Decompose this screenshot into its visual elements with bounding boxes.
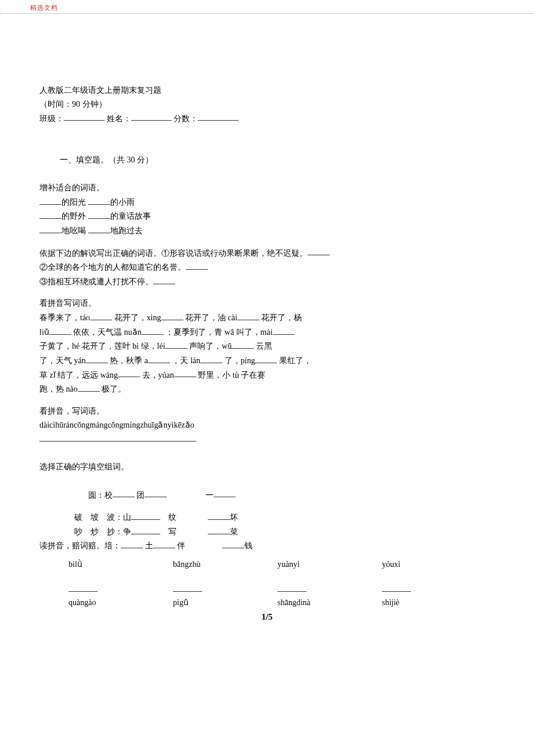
form-line: 班级： 姓名： 分数：: [39, 111, 495, 126]
txt: 写: [168, 527, 176, 536]
watermark-text: 精选文档: [30, 4, 58, 11]
txt: 吵 炒 抄：争: [74, 527, 131, 536]
txt: 子黄了，hé 花开了，莲叶 bì: [39, 342, 139, 350]
cell: yuànyì: [277, 558, 382, 571]
blank: [277, 582, 306, 592]
txt: 花开了，油 cài: [185, 313, 237, 322]
q4-blanks: [39, 432, 495, 446]
blank: [142, 325, 164, 335]
txt: 圆：校: [88, 490, 113, 499]
txt: 草 zǐ: [39, 370, 56, 379]
txt: 坏: [230, 513, 238, 522]
blank: [273, 325, 295, 335]
q3-l5: 草 zǐ 结了，远远 wàng 去，yúan 野里，小 tù 子在赛: [39, 368, 495, 382]
blank: [173, 582, 202, 592]
txt: 地跑过去: [110, 226, 143, 235]
blank: [208, 525, 230, 534]
blank: [214, 488, 236, 498]
q1-intro: 增补适合的词语。: [39, 181, 495, 195]
txt: 了，píng: [225, 356, 255, 365]
blank: [88, 223, 110, 233]
q3-intro: 看拼音写词语。: [39, 296, 495, 310]
cell: quàngào: [68, 596, 173, 610]
q4-intro: 看拼音，写词语。: [39, 404, 495, 418]
blank: [39, 195, 62, 205]
cell: bìlǜ: [68, 558, 173, 571]
cell: shìjiè: [382, 596, 486, 610]
q4-pinyin: dàicìhūráncōngmángcōngmíngzhuīgǎnyìkēzǎo: [39, 418, 495, 432]
blank: [165, 339, 187, 349]
txt: 菜: [230, 527, 238, 536]
blank: [153, 538, 175, 548]
blank-class: [64, 111, 104, 121]
txt: 的小雨: [110, 198, 135, 207]
txt: 春季来了，táo: [39, 313, 90, 322]
header-watermark: 精选文档: [0, 0, 534, 14]
txt: 纹: [168, 513, 176, 522]
txt: 破 坡 波：山: [74, 513, 131, 522]
txt: 伴: [177, 541, 185, 550]
txt: 果红了，: [279, 356, 312, 365]
txt: 地吆喝: [62, 226, 86, 235]
q3-l4: 了，天气 yán 热，秋季 a ，天 lán 了，píng 果红了，: [39, 353, 495, 368]
blank: [39, 223, 62, 233]
cell: yóuxì: [382, 558, 486, 571]
q3-l3: 子黄了，hé 花开了，莲叶 bì 绿，léi 声响了，wū 云黑: [39, 339, 495, 353]
blank: [131, 525, 160, 534]
doc-title: 人教版二年级语文上册期末复习题: [39, 84, 495, 97]
blank-name: [131, 111, 172, 121]
blank: [237, 310, 259, 320]
q5-r4: 读拼音，赔词赔。培： 土 伴 钱: [39, 538, 495, 553]
blank: [308, 246, 330, 256]
blank: [90, 310, 112, 320]
blank: [186, 260, 208, 270]
q5-r1: 圆：校 团 一: [39, 488, 495, 502]
blank: [255, 353, 277, 363]
txt: 花开了，杨: [261, 313, 302, 322]
blank-score: [198, 111, 239, 121]
txt: 一: [205, 490, 214, 499]
blank: [232, 339, 254, 349]
pinyin-blank-row: [68, 582, 495, 596]
q3-l1: 春季来了，táo 花开了，xìng 花开了，油 cài 花开了，杨: [39, 310, 495, 325]
blank: [78, 382, 100, 392]
txt: 读拼音，赔词赔。培：: [39, 541, 121, 550]
pinyin-row-2: quàngào pìgǔ shāngdinà shìjiè: [68, 596, 495, 610]
q2-line1: 依据下边的解说写出正确的词语。①形容说话或行动果断果断，绝不迟疑。: [39, 246, 495, 261]
cell: bāngzhù: [173, 558, 277, 571]
q5-r3: 吵 炒 抄：争 写 菜: [74, 525, 495, 539]
q1-line1: 的阳光 的小雨: [39, 195, 495, 209]
blank: [174, 368, 196, 378]
document-content: 人教版二年级语文上册期末复习题 （时间：90 分钟） 班级： 姓名： 分数： 一…: [0, 14, 534, 625]
blank: [39, 209, 62, 219]
txt: 声响了，wū: [189, 342, 232, 350]
doc-subtitle: （时间：90 分钟）: [39, 97, 495, 111]
txt: liǔ: [39, 328, 49, 337]
txt: 跑，热 nào: [39, 385, 78, 393]
blank: [222, 538, 244, 548]
blank: [49, 325, 71, 335]
txt: 花开了，xìng: [114, 313, 161, 322]
txt: 了，天气 yán: [39, 356, 86, 365]
blank: [161, 310, 183, 320]
txt: 子在赛: [241, 370, 265, 379]
blank: [382, 582, 411, 592]
txt: 结了，远远 wàng: [57, 370, 118, 379]
q2-line2: ②全球的各个地方的人都知道它的名誉。: [39, 260, 495, 274]
txt: 绿，léi: [141, 342, 165, 350]
txt: ；夏季到了，青 wā 叫了，mài: [165, 328, 272, 337]
txt: 依依，天气温 nuǎn: [73, 328, 142, 337]
blank: [68, 582, 98, 592]
txt: 土: [145, 541, 153, 550]
q3-l6: 跑，热 nào 极了。: [39, 382, 495, 396]
q1-line2: 的野外 的童话故事: [39, 209, 495, 223]
txt: 的阳光: [62, 198, 86, 207]
label-name: 姓名：: [107, 114, 131, 122]
txt: 的童话故事: [110, 212, 151, 220]
blank-long: [39, 432, 196, 442]
txt: ③指相互环绕或遭人打扰不停。: [39, 277, 153, 286]
q5-r2: 破 坡 波：山 纹 坏: [74, 510, 495, 525]
blank: [148, 353, 170, 363]
q3-l2: liǔ 依依，天气温 nuǎn ；夏季到了，青 wā 叫了，mài: [39, 325, 495, 339]
txt: 热，秋季 a: [110, 356, 148, 365]
